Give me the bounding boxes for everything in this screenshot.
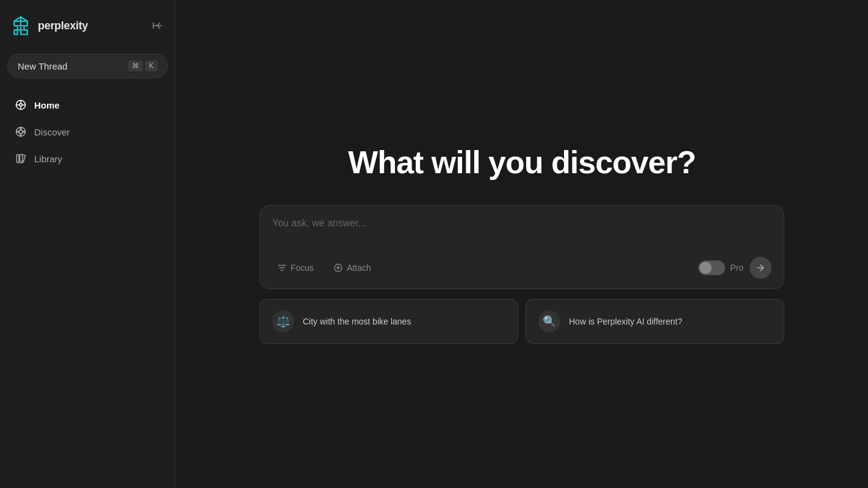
pro-toggle[interactable]: Pro [698,260,743,275]
shortcut-cmd-badge: ⌘ [128,60,143,71]
suggestion-card-perplexity-diff[interactable]: 🔍 How is Perplexity AI different? [526,299,784,344]
search-box: Focus Attach Pro [259,205,784,289]
sidebar-header: perplexity [7,10,168,41]
library-icon [15,152,27,165]
new-thread-button[interactable]: New Thread ⌘ K [7,54,168,78]
suggestion-icon-perplexity-diff: 🔍 [538,310,560,332]
suggestion-text-bike-lanes: City with the most bike lanes [303,317,411,326]
search-toolbar: Focus Attach Pro [272,257,772,279]
new-thread-label: New Thread [18,61,128,71]
arrow-right-icon [756,263,765,273]
suggestions-row: ⚖️ City with the most bike lanes 🔍 How i… [259,299,784,344]
collapse-sidebar-button[interactable] [150,18,165,34]
attach-label: Attach [347,263,371,273]
focus-button[interactable]: Focus [272,260,319,275]
focus-label: Focus [291,263,314,273]
search-input[interactable] [272,218,772,247]
svg-point-9 [19,130,23,134]
submit-button[interactable] [750,257,772,279]
sidebar: perplexity New Thread ⌘ K [0,0,176,488]
pro-label: Pro [730,263,743,273]
shortcut-keys: ⌘ K [128,60,157,71]
toolbar-left: Focus Attach [272,260,376,275]
sidebar-item-library[interactable]: Library [7,146,168,171]
home-icon [15,99,27,111]
sidebar-item-home-label: Home [34,100,60,110]
suggestion-card-bike-lanes[interactable]: ⚖️ City with the most bike lanes [259,299,518,344]
sidebar-item-home[interactable]: Home [7,93,168,117]
svg-point-8 [16,127,26,137]
suggestion-icon-bike-lanes: ⚖️ [272,310,294,332]
collapse-icon [152,20,163,31]
shortcut-key-badge: K [145,60,157,71]
sidebar-item-discover[interactable]: Discover [7,120,168,144]
suggestion-text-perplexity-diff: How is Perplexity AI different? [569,317,682,326]
nav-menu: Home Discover [7,93,168,171]
attach-button[interactable]: Attach [328,260,376,275]
sidebar-item-library-label: Library [34,154,62,164]
main-content: What will you discover? Focus [176,0,868,488]
discover-icon [15,126,27,138]
app-name: perplexity [38,20,88,32]
perplexity-logo-icon [10,15,32,37]
hero-title: What will you discover? [348,144,695,181]
logo-area: perplexity [10,15,88,37]
toggle-knob [700,262,712,274]
focus-icon [277,263,287,273]
attach-icon [333,263,343,273]
toggle-switch[interactable] [698,260,725,275]
toolbar-right: Pro [698,257,772,279]
sidebar-item-discover-label: Discover [34,127,70,137]
